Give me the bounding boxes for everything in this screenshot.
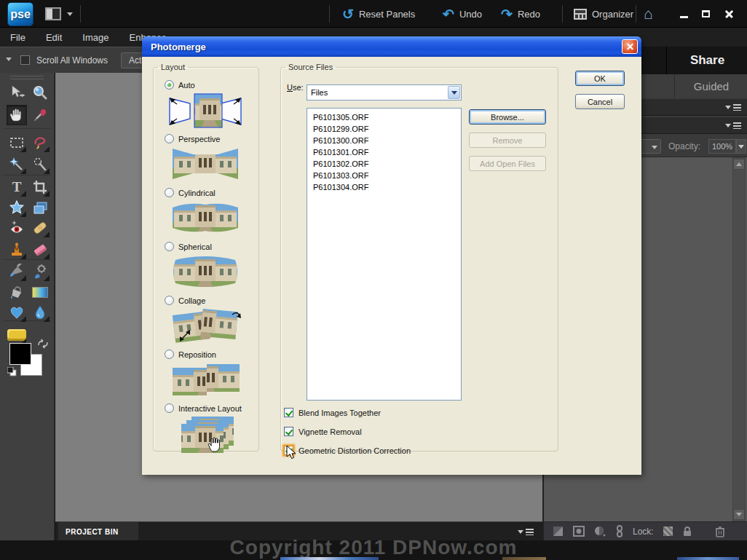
radio-reposition[interactable] [165, 350, 174, 359]
layers-scrollbar[interactable] [732, 157, 746, 521]
blur-tool[interactable] [30, 302, 50, 323]
eyedropper-tool[interactable] [30, 105, 50, 125]
options-dropdown-icon[interactable] [6, 58, 12, 61]
scroll-all-windows-checkbox[interactable] [20, 55, 30, 65]
radio-spherical-label[interactable]: Spherical [178, 242, 212, 251]
rectangular-marquee-tool[interactable] [7, 133, 27, 153]
move-tool[interactable] [7, 82, 27, 103]
file-item[interactable]: P6101299.ORF [313, 123, 461, 135]
radio-reposition-label[interactable]: Reposition [178, 350, 216, 359]
undo-button[interactable]: ↶ Undo [443, 0, 482, 28]
radio-cylindrical-label[interactable]: Cylindrical [178, 189, 216, 197]
default-colors-icon[interactable] [7, 367, 17, 377]
cancel-button[interactable]: Cancel [575, 94, 625, 109]
radio-collage-label[interactable]: Collage [178, 296, 205, 305]
vignette-removal-checkbox[interactable] [284, 427, 293, 436]
hand-tool[interactable] [7, 105, 27, 125]
pse-logo[interactable]: pse [7, 2, 33, 26]
radio-interactive-layout[interactable] [165, 403, 174, 413]
combo-dropdown-button[interactable] [448, 86, 460, 99]
recompose-tool[interactable] [30, 197, 50, 218]
subtab-guided[interactable]: Guided [675, 74, 747, 98]
menu-file[interactable]: File [0, 32, 36, 43]
interactive-layout-thumbnail[interactable] [180, 415, 238, 456]
home-button[interactable]: ⌂ [644, 0, 653, 28]
healing-brush-tool[interactable] [30, 218, 50, 238]
reset-panels-button[interactable]: ↺ Reset Panels [342, 0, 415, 28]
file-item[interactable]: P6101303.ORF [313, 170, 461, 181]
add-open-files-button[interactable]: Add Open Files [469, 156, 546, 171]
lasso-tool[interactable] [30, 133, 50, 153]
organizer-button[interactable]: Organizer [574, 0, 633, 28]
tab-share[interactable]: Share [667, 47, 747, 74]
eraser-tool[interactable] [30, 240, 50, 260]
project-bin-menu-icon[interactable] [518, 529, 534, 535]
perspective-thumbnail[interactable] [173, 146, 238, 184]
lock-transparency-icon[interactable] [663, 527, 673, 536]
scroll-down-button[interactable] [733, 509, 745, 520]
collage-thumbnail[interactable] [171, 307, 241, 347]
radio-spherical[interactable] [165, 242, 174, 251]
lock-all-icon[interactable] [682, 526, 692, 537]
zoom-tool[interactable] [30, 82, 50, 103]
maximize-button[interactable] [697, 7, 714, 20]
use-combobox[interactable]: Files [307, 84, 462, 100]
impressionist-brush-tool[interactable] [30, 261, 50, 282]
opacity-dropdown-icon[interactable] [736, 139, 746, 154]
red-eye-removal-tool[interactable] [7, 218, 27, 238]
ok-button[interactable]: OK [575, 71, 625, 86]
geometric-distortion-label[interactable]: Geometric Distortion Correction [299, 446, 411, 455]
layer-mask-icon[interactable] [573, 526, 585, 537]
shape-tool[interactable] [7, 302, 27, 323]
cookie-cutter-tool[interactable] [7, 197, 27, 218]
dialog-title-bar[interactable]: Photomerge [142, 36, 641, 57]
file-item[interactable]: P6101305.ORF [313, 111, 461, 123]
radio-collage[interactable] [165, 296, 174, 305]
clone-stamp-tool[interactable] [7, 240, 27, 260]
radio-auto-label[interactable]: Auto [178, 81, 195, 90]
radio-auto[interactable] [165, 80, 174, 90]
radio-cylindrical[interactable] [165, 188, 174, 197]
close-window-button[interactable] [721, 7, 737, 20]
fill-layer-icon[interactable] [553, 526, 564, 537]
vignette-removal-label[interactable]: Vignette Removal [299, 427, 362, 436]
radio-interactive-layout-label[interactable]: Interactive Layout [178, 404, 242, 413]
file-item[interactable]: P6101302.ORF [313, 158, 461, 170]
opacity-value[interactable]: 100% [708, 139, 736, 154]
blend-images-label[interactable]: Blend Images Together [299, 409, 381, 417]
file-item[interactable]: P6101301.ORF [313, 146, 461, 158]
source-file-list[interactable]: P6101305.ORF P6101299.ORF P6101300.ORF P… [307, 108, 462, 401]
adjustment-layer-icon[interactable] [594, 526, 606, 537]
arrange-dropdown-icon[interactable] [67, 12, 73, 16]
magic-wand-tool[interactable] [7, 154, 27, 175]
quick-selection-tool[interactable] [30, 154, 50, 175]
panel-menu-icon[interactable] [725, 122, 741, 129]
cylindrical-thumbnail[interactable] [173, 200, 238, 237]
menu-image[interactable]: Image [72, 32, 119, 43]
scroll-up-button[interactable] [733, 159, 745, 170]
reposition-thumbnail[interactable] [171, 361, 241, 399]
crop-tool[interactable] [30, 177, 50, 197]
browse-button[interactable]: Browse... [469, 109, 546, 125]
radio-perspective-label[interactable]: Perspective [178, 135, 220, 143]
spherical-thumbnail[interactable] [173, 253, 238, 291]
blend-images-checkbox[interactable] [284, 408, 293, 417]
gradient-tool[interactable] [30, 282, 50, 302]
arrange-windows-icon[interactable] [45, 7, 61, 20]
minimize-button[interactable] [676, 7, 692, 20]
foreground-color-swatch[interactable] [9, 343, 31, 365]
brush-tool[interactable] [7, 261, 27, 282]
remove-button[interactable]: Remove [469, 133, 546, 148]
dialog-close-button[interactable] [622, 39, 638, 54]
file-item[interactable]: P6101304.ORF [313, 181, 461, 193]
type-tool[interactable]: T [7, 177, 27, 197]
swap-colors-icon[interactable] [36, 338, 50, 350]
panel-menu-icon[interactable] [725, 104, 741, 111]
auto-thumbnail[interactable] [168, 92, 242, 131]
redo-button[interactable]: ↷ Redo [501, 0, 540, 28]
radio-perspective[interactable] [165, 134, 174, 143]
file-item[interactable]: P6101300.ORF [313, 135, 461, 146]
sponge-tool[interactable] [7, 325, 27, 345]
paint-bucket-tool[interactable] [7, 282, 27, 302]
menu-edit[interactable]: Edit [36, 32, 72, 43]
